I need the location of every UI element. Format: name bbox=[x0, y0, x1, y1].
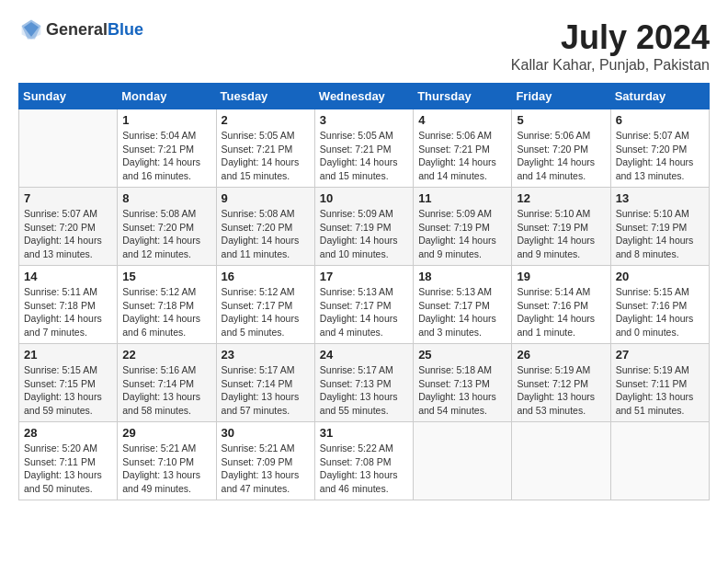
day-number: 10 bbox=[320, 191, 408, 205]
weekday-row: SundayMondayTuesdayWednesdayThursdayFrid… bbox=[19, 84, 710, 109]
day-info: Sunrise: 5:08 AMSunset: 7:20 PMDaylight:… bbox=[122, 207, 210, 261]
day-info: Sunrise: 5:11 AMSunset: 7:18 PMDaylight:… bbox=[24, 285, 112, 339]
day-info: Sunrise: 5:09 AMSunset: 7:19 PMDaylight:… bbox=[418, 207, 506, 261]
day-number: 3 bbox=[320, 113, 408, 127]
day-number: 21 bbox=[24, 348, 112, 362]
calendar-cell: 13Sunrise: 5:10 AMSunset: 7:19 PMDayligh… bbox=[610, 188, 709, 266]
day-number: 18 bbox=[418, 270, 506, 283]
day-info: Sunrise: 5:10 AMSunset: 7:19 PMDaylight:… bbox=[517, 207, 605, 261]
logo-icon bbox=[20, 18, 42, 40]
calendar-cell: 4Sunrise: 5:06 AMSunset: 7:21 PMDaylight… bbox=[414, 109, 512, 188]
day-info: Sunrise: 5:13 AMSunset: 7:17 PMDaylight:… bbox=[418, 285, 506, 339]
day-info: Sunrise: 5:15 AMSunset: 7:16 PMDaylight:… bbox=[616, 285, 704, 339]
calendar-body: 1Sunrise: 5:04 AMSunset: 7:21 PMDaylight… bbox=[19, 109, 710, 500]
day-number: 24 bbox=[320, 348, 408, 362]
month-title: July 2024 bbox=[511, 18, 710, 57]
day-number: 2 bbox=[222, 113, 310, 127]
calendar-cell: 11Sunrise: 5:09 AMSunset: 7:19 PMDayligh… bbox=[414, 188, 512, 266]
day-number: 31 bbox=[320, 426, 408, 440]
weekday-header-sunday: Sunday bbox=[19, 84, 118, 109]
day-number: 28 bbox=[24, 426, 112, 440]
day-info: Sunrise: 5:10 AMSunset: 7:19 PMDaylight:… bbox=[616, 207, 704, 261]
calendar-cell: 20Sunrise: 5:15 AMSunset: 7:16 PMDayligh… bbox=[610, 266, 709, 344]
day-number: 9 bbox=[222, 191, 310, 205]
day-info: Sunrise: 5:04 AMSunset: 7:21 PMDaylight:… bbox=[122, 129, 210, 183]
calendar-cell: 12Sunrise: 5:10 AMSunset: 7:19 PMDayligh… bbox=[512, 188, 610, 266]
calendar-cell: 16Sunrise: 5:12 AMSunset: 7:17 PMDayligh… bbox=[216, 266, 314, 344]
day-number: 5 bbox=[517, 113, 605, 127]
calendar-cell: 6Sunrise: 5:07 AMSunset: 7:20 PMDaylight… bbox=[610, 109, 709, 188]
day-info: Sunrise: 5:14 AMSunset: 7:16 PMDaylight:… bbox=[517, 285, 605, 339]
day-number: 15 bbox=[122, 270, 210, 283]
calendar-cell: 8Sunrise: 5:08 AMSunset: 7:20 PMDaylight… bbox=[118, 188, 216, 266]
calendar-cell: 29Sunrise: 5:21 AMSunset: 7:10 PMDayligh… bbox=[118, 422, 216, 500]
day-info: Sunrise: 5:07 AMSunset: 7:20 PMDaylight:… bbox=[616, 129, 704, 183]
day-number: 1 bbox=[122, 113, 210, 127]
day-info: Sunrise: 5:22 AMSunset: 7:08 PMDaylight:… bbox=[320, 442, 408, 496]
day-info: Sunrise: 5:05 AMSunset: 7:21 PMDaylight:… bbox=[222, 129, 310, 183]
day-info: Sunrise: 5:18 AMSunset: 7:13 PMDaylight:… bbox=[418, 363, 506, 418]
calendar-week-row: 1Sunrise: 5:04 AMSunset: 7:21 PMDaylight… bbox=[19, 109, 710, 188]
day-info: Sunrise: 5:07 AMSunset: 7:20 PMDaylight:… bbox=[24, 207, 112, 261]
calendar-cell: 27Sunrise: 5:19 AMSunset: 7:11 PMDayligh… bbox=[610, 344, 709, 422]
day-info: Sunrise: 5:06 AMSunset: 7:20 PMDaylight:… bbox=[517, 129, 605, 183]
day-info: Sunrise: 5:19 AMSunset: 7:12 PMDaylight:… bbox=[517, 363, 605, 418]
day-number: 13 bbox=[616, 191, 704, 205]
day-info: Sunrise: 5:12 AMSunset: 7:18 PMDaylight:… bbox=[122, 285, 210, 339]
calendar-week-row: 21Sunrise: 5:15 AMSunset: 7:15 PMDayligh… bbox=[19, 344, 710, 422]
day-info: Sunrise: 5:21 AMSunset: 7:09 PMDaylight:… bbox=[222, 442, 310, 496]
day-number: 26 bbox=[517, 348, 605, 362]
day-info: Sunrise: 5:06 AMSunset: 7:21 PMDaylight:… bbox=[418, 129, 506, 183]
day-number: 6 bbox=[616, 113, 704, 127]
calendar-cell: 22Sunrise: 5:16 AMSunset: 7:14 PMDayligh… bbox=[118, 344, 216, 422]
logo-general: General bbox=[46, 20, 108, 39]
day-info: Sunrise: 5:17 AMSunset: 7:13 PMDaylight:… bbox=[320, 363, 408, 418]
calendar-cell: 1Sunrise: 5:04 AMSunset: 7:21 PMDaylight… bbox=[118, 109, 216, 188]
calendar-cell: 10Sunrise: 5:09 AMSunset: 7:19 PMDayligh… bbox=[314, 188, 413, 266]
day-number: 19 bbox=[517, 270, 605, 283]
calendar-cell bbox=[610, 422, 709, 500]
calendar-cell: 26Sunrise: 5:19 AMSunset: 7:12 PMDayligh… bbox=[512, 344, 610, 422]
calendar-cell bbox=[512, 422, 610, 500]
logo-blue: Blue bbox=[108, 20, 143, 39]
calendar-table: SundayMondayTuesdayWednesdayThursdayFrid… bbox=[18, 83, 710, 500]
day-number: 8 bbox=[122, 191, 210, 205]
calendar-cell: 7Sunrise: 5:07 AMSunset: 7:20 PMDaylight… bbox=[19, 188, 118, 266]
weekday-header-monday: Monday bbox=[118, 84, 216, 109]
day-number: 7 bbox=[24, 191, 112, 205]
calendar-week-row: 14Sunrise: 5:11 AMSunset: 7:18 PMDayligh… bbox=[19, 266, 710, 344]
day-number: 4 bbox=[418, 113, 506, 127]
day-number: 22 bbox=[122, 348, 210, 362]
weekday-header-wednesday: Wednesday bbox=[314, 84, 413, 109]
day-info: Sunrise: 5:05 AMSunset: 7:21 PMDaylight:… bbox=[320, 129, 408, 183]
logo-text: GeneralBlue bbox=[46, 20, 143, 40]
calendar-cell: 25Sunrise: 5:18 AMSunset: 7:13 PMDayligh… bbox=[414, 344, 512, 422]
day-number: 12 bbox=[517, 191, 605, 205]
calendar-cell bbox=[19, 109, 118, 188]
title-block: July 2024 Kallar Kahar, Punjab, Pakistan bbox=[511, 18, 710, 74]
day-info: Sunrise: 5:13 AMSunset: 7:17 PMDaylight:… bbox=[320, 285, 408, 339]
calendar-cell: 14Sunrise: 5:11 AMSunset: 7:18 PMDayligh… bbox=[19, 266, 118, 344]
location-title: Kallar Kahar, Punjab, Pakistan bbox=[511, 57, 710, 74]
day-number: 30 bbox=[222, 426, 310, 440]
day-number: 27 bbox=[616, 348, 704, 362]
page-header: GeneralBlue July 2024 Kallar Kahar, Punj… bbox=[18, 18, 710, 74]
day-info: Sunrise: 5:09 AMSunset: 7:19 PMDaylight:… bbox=[320, 207, 408, 261]
calendar-cell: 9Sunrise: 5:08 AMSunset: 7:20 PMDaylight… bbox=[216, 188, 314, 266]
weekday-header-friday: Friday bbox=[512, 84, 610, 109]
day-info: Sunrise: 5:15 AMSunset: 7:15 PMDaylight:… bbox=[24, 363, 112, 418]
day-info: Sunrise: 5:19 AMSunset: 7:11 PMDaylight:… bbox=[616, 363, 704, 418]
calendar-week-row: 28Sunrise: 5:20 AMSunset: 7:11 PMDayligh… bbox=[19, 422, 710, 500]
calendar-cell bbox=[414, 422, 512, 500]
calendar-cell: 21Sunrise: 5:15 AMSunset: 7:15 PMDayligh… bbox=[19, 344, 118, 422]
logo: GeneralBlue bbox=[18, 18, 143, 40]
calendar-week-row: 7Sunrise: 5:07 AMSunset: 7:20 PMDaylight… bbox=[19, 188, 710, 266]
day-info: Sunrise: 5:16 AMSunset: 7:14 PMDaylight:… bbox=[122, 363, 210, 418]
day-number: 17 bbox=[320, 270, 408, 283]
calendar-cell: 31Sunrise: 5:22 AMSunset: 7:08 PMDayligh… bbox=[314, 422, 413, 500]
day-info: Sunrise: 5:20 AMSunset: 7:11 PMDaylight:… bbox=[24, 442, 112, 496]
calendar-cell: 18Sunrise: 5:13 AMSunset: 7:17 PMDayligh… bbox=[414, 266, 512, 344]
day-info: Sunrise: 5:12 AMSunset: 7:17 PMDaylight:… bbox=[222, 285, 310, 339]
calendar-cell: 23Sunrise: 5:17 AMSunset: 7:14 PMDayligh… bbox=[216, 344, 314, 422]
calendar-cell: 28Sunrise: 5:20 AMSunset: 7:11 PMDayligh… bbox=[19, 422, 118, 500]
